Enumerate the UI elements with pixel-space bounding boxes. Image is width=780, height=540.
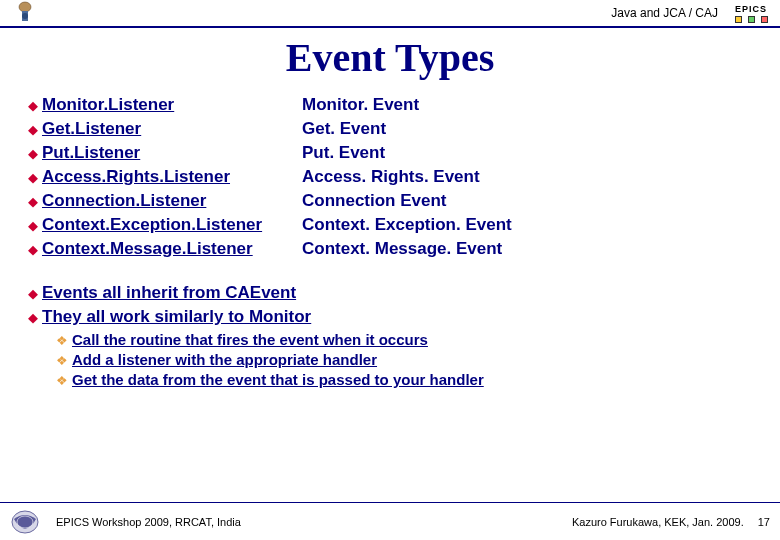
event-type-row: ◆Context.Message.ListenerContext. Messag… bbox=[28, 239, 760, 259]
listener-name: Access.Rights.Listener bbox=[42, 167, 302, 187]
event-type-row: ◆Context.Exception.ListenerContext. Exce… bbox=[28, 215, 760, 235]
diamond-bullet-icon: ◆ bbox=[28, 171, 38, 184]
sub-point-row: ❖Add a listener with the appropriate han… bbox=[56, 351, 760, 368]
footer-logo-icon bbox=[10, 509, 40, 535]
svg-point-0 bbox=[19, 2, 31, 12]
event-name: Get. Event bbox=[302, 119, 386, 139]
listener-name: Monitor.Listener bbox=[42, 95, 302, 115]
diamond-bullet-icon: ◆ bbox=[28, 195, 38, 208]
sub-point-row: ❖Call the routine that fires the event w… bbox=[56, 331, 760, 348]
footer-left-text: EPICS Workshop 2009, RRCAT, India bbox=[56, 516, 241, 528]
event-name: Put. Event bbox=[302, 143, 385, 163]
slide-content: ◆Monitor.ListenerMonitor. Event◆Get.List… bbox=[0, 95, 780, 388]
epics-label: EPICS bbox=[735, 4, 767, 14]
diamond-bullet-icon: ◆ bbox=[28, 99, 38, 112]
event-type-row: ◆Get.ListenerGet. Event bbox=[28, 119, 760, 139]
listener-name: Context.Exception.Listener bbox=[42, 215, 302, 235]
listener-name: Context.Message.Listener bbox=[42, 239, 302, 259]
diamond-bullet-icon: ◆ bbox=[28, 123, 38, 136]
sub-point-text: Add a listener with the appropriate hand… bbox=[72, 351, 377, 368]
summary-line: ◆Events all inherit from CAEvent bbox=[28, 283, 760, 303]
diamond-bullet-icon: ◆ bbox=[28, 311, 38, 324]
svg-point-2 bbox=[22, 13, 28, 19]
diamond-sub-bullet-icon: ❖ bbox=[56, 374, 68, 387]
summary-line: ◆They all work similarly to Monitor bbox=[28, 307, 760, 327]
listener-name: Connection.Listener bbox=[42, 191, 302, 211]
diamond-bullet-icon: ◆ bbox=[28, 243, 38, 256]
slide-title: Event Types bbox=[0, 34, 780, 81]
event-type-row: ◆Monitor.ListenerMonitor. Event bbox=[28, 95, 760, 115]
diamond-bullet-icon: ◆ bbox=[28, 287, 38, 300]
sub-point-text: Call the routine that fires the event wh… bbox=[72, 331, 428, 348]
diamond-bullet-icon: ◆ bbox=[28, 219, 38, 232]
footer-right-text: Kazuro Furukawa, KEK, Jan. 2009. bbox=[572, 516, 744, 528]
summary-text: Events all inherit from CAEvent bbox=[42, 283, 296, 303]
event-name: Connection Event bbox=[302, 191, 447, 211]
diamond-bullet-icon: ◆ bbox=[28, 147, 38, 160]
event-type-row: ◆Access.Rights.ListenerAccess. Rights. E… bbox=[28, 167, 760, 187]
epics-logo: EPICS bbox=[726, 0, 776, 26]
summary-text: They all work similarly to Monitor bbox=[42, 307, 311, 327]
diamond-sub-bullet-icon: ❖ bbox=[56, 334, 68, 347]
listener-name: Get.Listener bbox=[42, 119, 302, 139]
footer-page-number: 17 bbox=[758, 516, 770, 528]
diamond-sub-bullet-icon: ❖ bbox=[56, 354, 68, 367]
sub-point-row: ❖Get the data from the event that is pas… bbox=[56, 371, 760, 388]
event-name: Monitor. Event bbox=[302, 95, 419, 115]
event-name: Context. Message. Event bbox=[302, 239, 502, 259]
event-name: Access. Rights. Event bbox=[302, 167, 480, 187]
event-type-row: ◆Connection.ListenerConnection Event bbox=[28, 191, 760, 211]
header-breadcrumb: Java and JCA / CAJ bbox=[611, 6, 718, 20]
event-name: Context. Exception. Event bbox=[302, 215, 512, 235]
sub-point-text: Get the data from the event that is pass… bbox=[72, 371, 484, 388]
slide-header: Java and JCA / CAJ EPICS bbox=[0, 0, 780, 28]
emblem-icon bbox=[0, 0, 50, 26]
slide-footer: EPICS Workshop 2009, RRCAT, India Kazuro… bbox=[0, 502, 780, 540]
listener-name: Put.Listener bbox=[42, 143, 302, 163]
event-type-row: ◆Put.ListenerPut. Event bbox=[28, 143, 760, 163]
